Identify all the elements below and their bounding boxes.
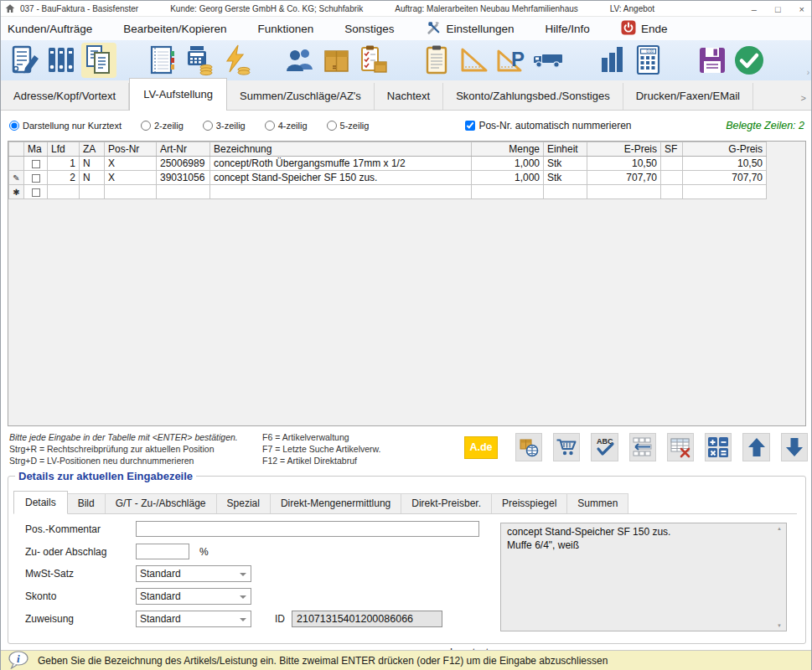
tab-summen[interactable]: Summen bbox=[567, 493, 628, 513]
table-row-current[interactable]: ✎ 2 N X 39031056 concept Stand-Speicher … bbox=[9, 171, 767, 185]
row-marker-new[interactable]: ✱ bbox=[9, 185, 24, 199]
tab-adresse-kopf-vortext[interactable]: Adresse/Kopf/Vortext bbox=[1, 83, 129, 110]
col-einheit[interactable]: Einheit bbox=[544, 142, 587, 157]
cell-pos-nr[interactable]: X bbox=[105, 157, 157, 171]
tab-bild[interactable]: Bild bbox=[68, 493, 106, 513]
menu-einstellungen[interactable]: Einstellungen bbox=[426, 19, 515, 38]
spellcheck-abc-button[interactable]: ABC bbox=[591, 433, 618, 461]
set-square-p-icon[interactable]: P bbox=[494, 43, 529, 78]
clipboard-icon[interactable] bbox=[420, 43, 455, 78]
col-art-nr[interactable]: Art-Nr bbox=[157, 142, 210, 157]
col-lfd[interactable]: Lfd bbox=[48, 142, 80, 157]
menu-kunden-auftraege[interactable]: Kunden/Aufträge bbox=[8, 23, 92, 35]
cell-pos-nr[interactable]: X bbox=[105, 171, 157, 185]
menu-funktionen[interactable]: Funktionen bbox=[257, 23, 313, 35]
col-ma[interactable]: Ma bbox=[24, 142, 48, 157]
zuweisung-dropdown[interactable]: Standard bbox=[136, 611, 251, 627]
radio-5zeilig-input[interactable] bbox=[327, 121, 337, 131]
table-row-new[interactable]: ✱ bbox=[9, 185, 767, 199]
cell-menge[interactable]: 1,000 bbox=[472, 171, 544, 185]
col-e-preis[interactable]: E-Preis bbox=[587, 142, 661, 157]
cell-menge[interactable]: 1,000 bbox=[472, 157, 544, 171]
tab-summen-zuschlaege[interactable]: Summen/Zuschläge/AZ's bbox=[227, 83, 375, 110]
article-package-icon[interactable] bbox=[319, 43, 354, 78]
tab-preisspiegel[interactable]: Preisspiegel bbox=[492, 493, 567, 513]
row-marker-pencil[interactable]: ✎ bbox=[9, 171, 24, 185]
cell-lfd[interactable] bbox=[48, 185, 80, 199]
article-web-package-button[interactable] bbox=[515, 433, 542, 461]
cell-za[interactable] bbox=[80, 185, 105, 199]
cell-e-preis[interactable]: 707,70 bbox=[587, 171, 661, 185]
delete-table-row-button[interactable] bbox=[667, 433, 694, 461]
radio-kurztext[interactable]: Darstellung nur Kurztext bbox=[9, 121, 122, 131]
tab-gt-zu-abschlaege[interactable]: G/T - Zu-/Abschläge bbox=[106, 493, 217, 513]
confirm-ok-icon[interactable] bbox=[732, 43, 767, 78]
tab-nachtext[interactable]: Nachtext bbox=[375, 83, 443, 110]
cell-g-preis[interactable]: 707,70 bbox=[683, 171, 767, 185]
cell-art-nr[interactable] bbox=[157, 185, 210, 199]
radio-4zeilig[interactable]: 4-zeilig bbox=[265, 121, 308, 131]
col-g-preis[interactable]: G-Preis bbox=[683, 142, 767, 157]
cell-einheit[interactable]: Stk bbox=[544, 157, 587, 171]
cell-pos-nr[interactable] bbox=[105, 185, 157, 199]
delivery-truck-icon[interactable] bbox=[530, 43, 566, 78]
col-menge[interactable]: Menge bbox=[472, 142, 544, 157]
cell-g-preis[interactable]: 10,50 bbox=[683, 157, 767, 171]
cell-za[interactable]: N bbox=[80, 171, 105, 185]
cell-za[interactable]: N bbox=[80, 157, 105, 171]
shopping-cart-button[interactable] bbox=[553, 433, 580, 461]
tab-spezial[interactable]: Spezial bbox=[217, 493, 271, 513]
menu-ende[interactable]: Ende bbox=[621, 20, 668, 38]
calc-operations-button[interactable] bbox=[705, 433, 732, 461]
cell-lfd[interactable]: 1 bbox=[48, 157, 80, 171]
checkbox-autonummer-input[interactable] bbox=[465, 121, 475, 131]
scroll-down-icon[interactable]: ▼ bbox=[777, 623, 782, 641]
cell-art-nr[interactable]: 25006989 bbox=[157, 157, 210, 171]
calculator-icon[interactable]: 0,00 bbox=[631, 43, 666, 78]
amazon-de-button[interactable]: A.de bbox=[464, 436, 498, 459]
minimize-button[interactable]: – bbox=[752, 4, 757, 14]
col-pos-nr[interactable]: Pos-Nr bbox=[105, 142, 157, 157]
insert-column-button[interactable] bbox=[629, 433, 656, 461]
customers-icon[interactable] bbox=[282, 43, 318, 78]
col-za[interactable]: ZA bbox=[80, 142, 105, 157]
menu-sonstiges[interactable]: Sonstiges bbox=[344, 23, 394, 35]
ma-checkbox[interactable] bbox=[24, 185, 48, 199]
col-bezeichnung[interactable]: Bezeichnung bbox=[210, 142, 472, 157]
cell-sf[interactable] bbox=[661, 157, 683, 171]
col-sf[interactable]: SF bbox=[661, 142, 683, 157]
cash-register-icon[interactable] bbox=[182, 43, 217, 78]
cell-einheit[interactable] bbox=[544, 185, 587, 199]
table-row[interactable]: 1 N X 25006989 concept/Roth Übergangsmuf… bbox=[9, 157, 767, 171]
order-clipboard-icon[interactable] bbox=[356, 43, 391, 78]
radio-5zeilig[interactable]: 5-zeilig bbox=[327, 121, 370, 131]
cell-e-preis[interactable]: 10,50 bbox=[587, 157, 661, 171]
tab-direkt-preisber[interactable]: Direkt-Preisber. bbox=[401, 493, 492, 513]
tab-details[interactable]: Details bbox=[13, 491, 68, 514]
cell-bezeichnung[interactable]: concept Stand-Speicher SF 150 zus. bbox=[210, 171, 472, 185]
radio-kurztext-input[interactable] bbox=[9, 121, 19, 131]
cell-art-nr[interactable]: 39031056 bbox=[157, 171, 210, 185]
tab-direkt-mengenermittlung[interactable]: Direkt-Mengenermittlung bbox=[271, 493, 401, 513]
scroll-up-icon[interactable]: ▲ bbox=[777, 526, 782, 531]
pos-kommentar-input[interactable] bbox=[136, 521, 479, 537]
mwst-dropdown[interactable]: Standard bbox=[136, 565, 251, 582]
radio-2zeilig[interactable]: 2-zeilig bbox=[141, 121, 184, 131]
tab-drucken-faxen-email[interactable]: Drucken/Faxen/EMail bbox=[623, 83, 753, 110]
langtext-textarea[interactable]: concept Stand-Speicher SF 150 zus. Muffe… bbox=[500, 523, 787, 631]
radio-2zeilig-input[interactable] bbox=[141, 121, 151, 131]
cell-e-preis[interactable] bbox=[587, 185, 661, 199]
zu-abschlag-input[interactable] bbox=[136, 544, 189, 559]
cell-bezeichnung[interactable]: concept/Roth Übergangsmuffe 17mm x 1/2 bbox=[210, 157, 472, 171]
radio-3zeilig-input[interactable] bbox=[203, 121, 213, 131]
close-button[interactable]: × bbox=[799, 4, 804, 14]
cell-einheit[interactable]: Stk bbox=[544, 171, 587, 185]
menu-bearbeiten-kopieren[interactable]: Bearbeiten/Kopieren bbox=[123, 23, 226, 35]
move-up-button[interactable] bbox=[742, 433, 769, 461]
move-down-button[interactable] bbox=[781, 433, 808, 461]
tab-lv-aufstellung[interactable]: LV-Aufstellung bbox=[129, 78, 227, 111]
menu-hilfe-info[interactable]: Hilfe/Info bbox=[546, 23, 590, 35]
statistics-bars-icon[interactable] bbox=[594, 43, 629, 78]
document-edit-icon[interactable] bbox=[8, 43, 43, 78]
cell-lfd[interactable]: 2 bbox=[48, 171, 80, 185]
